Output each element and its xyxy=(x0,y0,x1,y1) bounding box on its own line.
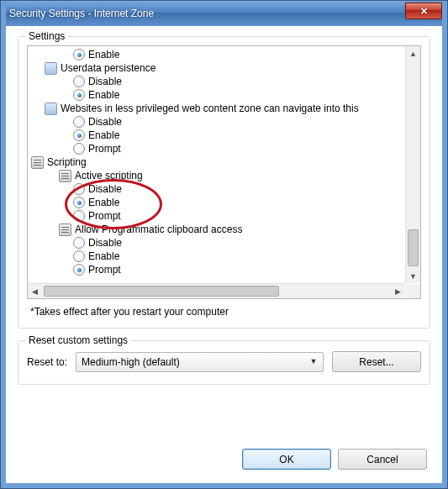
radio-icon[interactable] xyxy=(73,197,85,208)
tree-row: Allow Programmatic clipboard access xyxy=(28,223,405,236)
tree-row: Scripting xyxy=(28,155,405,169)
tree-label: Enable xyxy=(88,129,119,142)
reset-group: Reset custom settings Reset to: Medium-h… xyxy=(18,340,430,385)
scroll-down-button[interactable]: ▼ xyxy=(406,269,420,283)
ok-button[interactable]: OK xyxy=(242,449,331,470)
tree-label: Enable xyxy=(88,196,119,209)
tree-row[interactable]: Disable xyxy=(28,236,405,250)
tree-row[interactable]: Enable xyxy=(28,88,405,102)
tree-label: Disable xyxy=(88,75,122,88)
tree-label: Websites in less privileged web content … xyxy=(61,102,359,115)
tree-label: Disable xyxy=(88,236,122,250)
reset-legend: Reset custom settings xyxy=(25,334,131,346)
tree-label: Disable xyxy=(88,182,122,196)
tree-label: Prompt xyxy=(88,209,121,223)
vertical-scrollbar[interactable]: ▲ ▼ xyxy=(405,46,420,283)
tree-row[interactable]: Disable xyxy=(28,182,405,196)
tree-label: Enable xyxy=(88,48,119,61)
tree-label: Enable xyxy=(88,250,119,263)
titlebar[interactable]: Security Settings - Internet Zone ✕ xyxy=(1,1,447,26)
security-settings-dialog: Security Settings - Internet Zone ✕ Sett… xyxy=(0,0,448,489)
scroll-left-button[interactable]: ◀ xyxy=(28,284,42,298)
radio-icon[interactable] xyxy=(73,129,85,141)
settings-legend: Settings xyxy=(25,30,68,42)
tree-label: Disable xyxy=(88,115,122,129)
radio-icon[interactable] xyxy=(73,210,85,222)
tree-row[interactable]: Enable xyxy=(28,129,405,142)
tree-row: Userdata persistence xyxy=(28,61,405,75)
client-area: Settings EnableUserdata persistenceDisab… xyxy=(6,26,442,483)
tree-row[interactable]: Prompt xyxy=(28,142,405,155)
tree-label: Enable xyxy=(88,88,119,102)
tree-row: Active scripting xyxy=(28,169,405,182)
reset-level-combobox[interactable]: Medium-high (default) ▼ xyxy=(76,352,324,372)
tree-row: Websites in less privileged web content … xyxy=(28,102,405,115)
radio-icon[interactable] xyxy=(73,250,85,262)
close-button[interactable]: ✕ xyxy=(405,3,442,19)
radio-icon[interactable] xyxy=(73,237,85,249)
tree-row[interactable]: Enable xyxy=(28,250,405,263)
radio-icon[interactable] xyxy=(73,76,85,87)
scroll-right-button[interactable]: ▶ xyxy=(391,284,405,298)
horizontal-scrollbar[interactable]: ◀ ▶ xyxy=(28,283,405,298)
tree-label: Scripting xyxy=(47,155,87,169)
restart-note: *Takes effect after you restart your com… xyxy=(30,306,421,318)
dialog-buttons: OK Cancel xyxy=(242,449,427,470)
script-icon xyxy=(59,223,71,236)
scroll-corner xyxy=(406,284,420,298)
tree-label: Userdata persistence xyxy=(61,61,155,75)
tree-row[interactable]: Disable xyxy=(28,115,405,129)
window-title: Security Settings - Internet Zone xyxy=(9,8,154,19)
tree-label: Prompt xyxy=(88,263,121,276)
settings-tree-content[interactable]: EnableUserdata persistenceDisableEnableW… xyxy=(28,46,405,283)
radio-icon[interactable] xyxy=(73,143,85,155)
scroll-up-button[interactable]: ▲ xyxy=(406,46,420,60)
tree-row[interactable]: Prompt xyxy=(28,209,405,223)
radio-icon[interactable] xyxy=(73,264,85,276)
reset-label: Reset to: xyxy=(27,356,67,368)
chevron-down-icon: ▼ xyxy=(308,355,319,367)
reset-level-value: Medium-high (default) xyxy=(82,356,180,368)
tree-label: Prompt xyxy=(88,142,121,155)
hscroll-thumb[interactable] xyxy=(44,286,279,297)
close-icon: ✕ xyxy=(420,6,428,17)
tree-row[interactable]: Enable xyxy=(28,48,405,61)
settings-group: Settings EnableUserdata persistenceDisab… xyxy=(18,36,430,329)
radio-icon[interactable] xyxy=(73,49,85,60)
radio-icon[interactable] xyxy=(73,89,85,101)
category-icon xyxy=(31,156,44,169)
setting-group-icon xyxy=(45,62,57,75)
script-icon xyxy=(59,170,71,182)
reset-button[interactable]: Reset... xyxy=(332,351,421,372)
tree-label: Allow Programmatic clipboard access xyxy=(75,223,242,236)
tree-label: Active scripting xyxy=(75,169,143,182)
radio-icon[interactable] xyxy=(73,116,85,128)
tree-row[interactable]: Disable xyxy=(28,75,405,88)
tree-row[interactable]: Enable xyxy=(28,196,405,209)
cancel-button[interactable]: Cancel xyxy=(338,449,427,470)
settings-tree: EnableUserdata persistenceDisableEnableW… xyxy=(27,45,421,299)
vscroll-thumb[interactable] xyxy=(408,229,419,266)
setting-group-icon xyxy=(45,103,57,115)
tree-row[interactable]: Prompt xyxy=(28,263,405,276)
radio-icon[interactable] xyxy=(73,183,85,195)
